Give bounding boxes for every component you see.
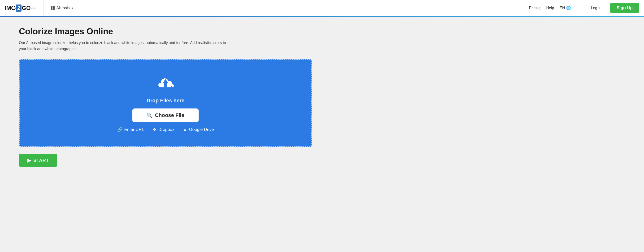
dropbox-link[interactable]: ❖ Dropbox <box>153 127 174 132</box>
nav-separator <box>44 0 44 16</box>
search-icon: 🔍 <box>146 112 152 118</box>
header: IMG 2 GO .com All tools ▾ Pricing Help E… <box>0 0 644 16</box>
globe-icon: 🌐 <box>566 6 571 10</box>
drop-files-text: Drop Files here <box>146 98 184 104</box>
choose-file-label: Choose File <box>155 112 184 118</box>
all-tools-button[interactable]: All tools ▾ <box>48 5 76 12</box>
enter-url-label: Enter URL <box>124 127 144 132</box>
enter-url-link[interactable]: 🔗 Enter URL <box>117 127 144 132</box>
google-drive-label: Google Drive <box>189 127 214 132</box>
help-link[interactable]: Help <box>546 6 554 10</box>
logo-img-text: IMG <box>5 4 16 12</box>
page-description: Our AI based image colorizer helps you t… <box>19 40 232 52</box>
logo-2-text: 2 <box>16 5 22 12</box>
choose-file-button[interactable]: 🔍 Choose File <box>132 108 198 122</box>
header-left: IMG 2 GO .com All tools ▾ <box>5 0 76 16</box>
extra-options: 🔗 Enter URL ❖ Dropbox ▲ Google Drive <box>117 127 214 132</box>
header-right: Pricing Help EN 🌐 → Log In Sign Up <box>529 3 639 13</box>
logo-go-text: GO <box>22 5 30 11</box>
language-selector[interactable]: EN 🌐 <box>560 6 571 10</box>
pricing-link[interactable]: Pricing <box>529 6 540 10</box>
start-label: START <box>33 158 49 163</box>
start-chevron-icon: ▶ <box>28 158 31 163</box>
dropbox-icon: ❖ <box>153 127 156 132</box>
google-drive-icon: ▲ <box>183 127 187 132</box>
dropbox-label: Dropbox <box>158 127 174 132</box>
header-divider <box>576 3 577 13</box>
login-button[interactable]: → Log In <box>582 4 604 12</box>
login-arrow-icon: → <box>585 6 590 11</box>
logo-com-text: .com <box>31 7 36 10</box>
logo[interactable]: IMG 2 GO .com <box>5 4 36 12</box>
login-label: Log In <box>591 6 602 10</box>
google-drive-link[interactable]: ▲ Google Drive <box>183 127 214 132</box>
upload-area[interactable]: Drop Files here 🔍 Choose File 🔗 Enter UR… <box>19 59 312 147</box>
signup-button[interactable]: Sign Up <box>610 3 639 13</box>
grid-icon <box>51 6 54 10</box>
chevron-down-icon: ▾ <box>72 7 73 10</box>
main-content: Colorize Images Online Our AI based imag… <box>0 17 331 181</box>
lang-label: EN <box>560 6 565 10</box>
all-tools-label: All tools <box>56 6 70 10</box>
link-icon: 🔗 <box>117 127 122 132</box>
start-button[interactable]: ▶ START <box>19 154 57 167</box>
page-title: Colorize Images Online <box>19 27 312 37</box>
cloud-upload-icon <box>154 74 177 93</box>
